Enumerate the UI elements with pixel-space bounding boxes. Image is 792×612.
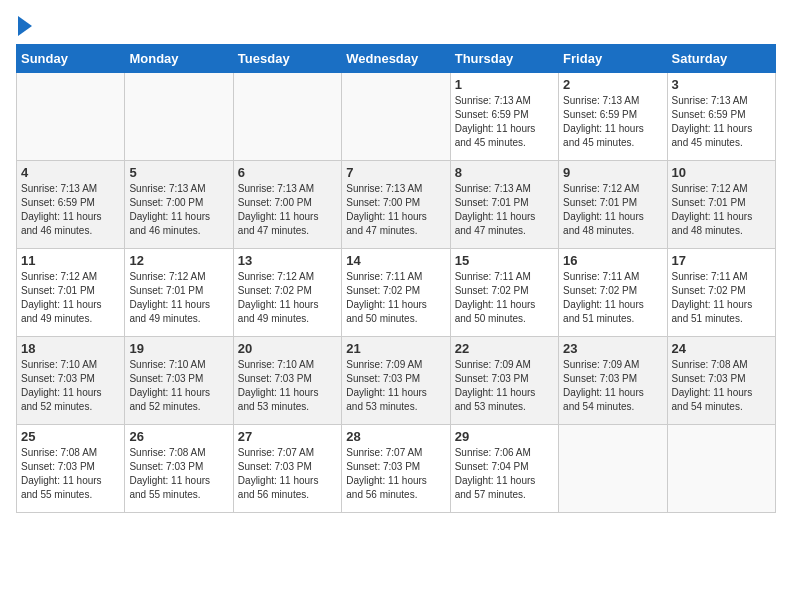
day-number: 16 [563, 253, 662, 268]
day-number: 14 [346, 253, 445, 268]
day-number: 11 [21, 253, 120, 268]
week-row-5: 25Sunrise: 7:08 AMSunset: 7:03 PMDayligh… [17, 425, 776, 513]
day-number: 27 [238, 429, 337, 444]
day-info: Sunrise: 7:06 AMSunset: 7:04 PMDaylight:… [455, 446, 554, 502]
calendar-cell: 3Sunrise: 7:13 AMSunset: 6:59 PMDaylight… [667, 73, 775, 161]
day-info: Sunrise: 7:08 AMSunset: 7:03 PMDaylight:… [672, 358, 771, 414]
day-number: 21 [346, 341, 445, 356]
day-number: 5 [129, 165, 228, 180]
weekday-header-thursday: Thursday [450, 45, 558, 73]
day-info: Sunrise: 7:07 AMSunset: 7:03 PMDaylight:… [346, 446, 445, 502]
day-number: 3 [672, 77, 771, 92]
day-number: 7 [346, 165, 445, 180]
calendar-cell: 18Sunrise: 7:10 AMSunset: 7:03 PMDayligh… [17, 337, 125, 425]
calendar-cell: 11Sunrise: 7:12 AMSunset: 7:01 PMDayligh… [17, 249, 125, 337]
calendar-cell: 6Sunrise: 7:13 AMSunset: 7:00 PMDaylight… [233, 161, 341, 249]
day-number: 25 [21, 429, 120, 444]
day-info: Sunrise: 7:09 AMSunset: 7:03 PMDaylight:… [455, 358, 554, 414]
day-info: Sunrise: 7:11 AMSunset: 7:02 PMDaylight:… [672, 270, 771, 326]
logo [16, 16, 32, 36]
day-info: Sunrise: 7:12 AMSunset: 7:01 PMDaylight:… [672, 182, 771, 238]
day-number: 13 [238, 253, 337, 268]
day-number: 19 [129, 341, 228, 356]
day-number: 26 [129, 429, 228, 444]
day-number: 20 [238, 341, 337, 356]
weekday-header-tuesday: Tuesday [233, 45, 341, 73]
week-row-3: 11Sunrise: 7:12 AMSunset: 7:01 PMDayligh… [17, 249, 776, 337]
day-info: Sunrise: 7:11 AMSunset: 7:02 PMDaylight:… [455, 270, 554, 326]
day-number: 18 [21, 341, 120, 356]
calendar-cell: 14Sunrise: 7:11 AMSunset: 7:02 PMDayligh… [342, 249, 450, 337]
logo-arrow-icon [18, 16, 32, 36]
day-info: Sunrise: 7:08 AMSunset: 7:03 PMDaylight:… [21, 446, 120, 502]
calendar-cell [233, 73, 341, 161]
weekday-header-sunday: Sunday [17, 45, 125, 73]
calendar-cell: 20Sunrise: 7:10 AMSunset: 7:03 PMDayligh… [233, 337, 341, 425]
week-row-2: 4Sunrise: 7:13 AMSunset: 6:59 PMDaylight… [17, 161, 776, 249]
calendar-cell: 12Sunrise: 7:12 AMSunset: 7:01 PMDayligh… [125, 249, 233, 337]
day-number: 29 [455, 429, 554, 444]
day-info: Sunrise: 7:10 AMSunset: 7:03 PMDaylight:… [129, 358, 228, 414]
weekday-header-saturday: Saturday [667, 45, 775, 73]
day-info: Sunrise: 7:08 AMSunset: 7:03 PMDaylight:… [129, 446, 228, 502]
calendar-cell: 4Sunrise: 7:13 AMSunset: 6:59 PMDaylight… [17, 161, 125, 249]
calendar-cell: 21Sunrise: 7:09 AMSunset: 7:03 PMDayligh… [342, 337, 450, 425]
weekday-header-row: SundayMondayTuesdayWednesdayThursdayFrid… [17, 45, 776, 73]
calendar-cell: 15Sunrise: 7:11 AMSunset: 7:02 PMDayligh… [450, 249, 558, 337]
day-number: 2 [563, 77, 662, 92]
calendar-cell: 1Sunrise: 7:13 AMSunset: 6:59 PMDaylight… [450, 73, 558, 161]
calendar-cell: 29Sunrise: 7:06 AMSunset: 7:04 PMDayligh… [450, 425, 558, 513]
day-number: 1 [455, 77, 554, 92]
calendar-cell [559, 425, 667, 513]
day-info: Sunrise: 7:07 AMSunset: 7:03 PMDaylight:… [238, 446, 337, 502]
calendar-cell [17, 73, 125, 161]
day-number: 28 [346, 429, 445, 444]
calendar-cell: 16Sunrise: 7:11 AMSunset: 7:02 PMDayligh… [559, 249, 667, 337]
day-info: Sunrise: 7:12 AMSunset: 7:02 PMDaylight:… [238, 270, 337, 326]
calendar-cell: 13Sunrise: 7:12 AMSunset: 7:02 PMDayligh… [233, 249, 341, 337]
day-info: Sunrise: 7:13 AMSunset: 6:59 PMDaylight:… [672, 94, 771, 150]
calendar-table: SundayMondayTuesdayWednesdayThursdayFrid… [16, 44, 776, 513]
day-number: 4 [21, 165, 120, 180]
day-info: Sunrise: 7:12 AMSunset: 7:01 PMDaylight:… [21, 270, 120, 326]
calendar-cell [125, 73, 233, 161]
calendar-cell: 10Sunrise: 7:12 AMSunset: 7:01 PMDayligh… [667, 161, 775, 249]
day-number: 23 [563, 341, 662, 356]
calendar-cell: 7Sunrise: 7:13 AMSunset: 7:00 PMDaylight… [342, 161, 450, 249]
day-info: Sunrise: 7:12 AMSunset: 7:01 PMDaylight:… [129, 270, 228, 326]
day-info: Sunrise: 7:13 AMSunset: 7:00 PMDaylight:… [346, 182, 445, 238]
calendar-cell: 24Sunrise: 7:08 AMSunset: 7:03 PMDayligh… [667, 337, 775, 425]
day-info: Sunrise: 7:13 AMSunset: 6:59 PMDaylight:… [21, 182, 120, 238]
page-header [16, 16, 776, 36]
day-info: Sunrise: 7:10 AMSunset: 7:03 PMDaylight:… [238, 358, 337, 414]
weekday-header-friday: Friday [559, 45, 667, 73]
calendar-cell: 23Sunrise: 7:09 AMSunset: 7:03 PMDayligh… [559, 337, 667, 425]
day-info: Sunrise: 7:13 AMSunset: 7:00 PMDaylight:… [238, 182, 337, 238]
day-info: Sunrise: 7:09 AMSunset: 7:03 PMDaylight:… [563, 358, 662, 414]
calendar-cell: 28Sunrise: 7:07 AMSunset: 7:03 PMDayligh… [342, 425, 450, 513]
calendar-cell: 5Sunrise: 7:13 AMSunset: 7:00 PMDaylight… [125, 161, 233, 249]
day-number: 15 [455, 253, 554, 268]
calendar-cell: 25Sunrise: 7:08 AMSunset: 7:03 PMDayligh… [17, 425, 125, 513]
day-number: 12 [129, 253, 228, 268]
calendar-cell: 2Sunrise: 7:13 AMSunset: 6:59 PMDaylight… [559, 73, 667, 161]
day-number: 8 [455, 165, 554, 180]
calendar-cell [667, 425, 775, 513]
week-row-4: 18Sunrise: 7:10 AMSunset: 7:03 PMDayligh… [17, 337, 776, 425]
day-number: 9 [563, 165, 662, 180]
calendar-cell: 22Sunrise: 7:09 AMSunset: 7:03 PMDayligh… [450, 337, 558, 425]
week-row-1: 1Sunrise: 7:13 AMSunset: 6:59 PMDaylight… [17, 73, 776, 161]
day-number: 22 [455, 341, 554, 356]
day-info: Sunrise: 7:09 AMSunset: 7:03 PMDaylight:… [346, 358, 445, 414]
calendar-cell: 9Sunrise: 7:12 AMSunset: 7:01 PMDaylight… [559, 161, 667, 249]
day-number: 17 [672, 253, 771, 268]
day-info: Sunrise: 7:13 AMSunset: 7:01 PMDaylight:… [455, 182, 554, 238]
calendar-cell: 8Sunrise: 7:13 AMSunset: 7:01 PMDaylight… [450, 161, 558, 249]
day-info: Sunrise: 7:10 AMSunset: 7:03 PMDaylight:… [21, 358, 120, 414]
day-info: Sunrise: 7:13 AMSunset: 6:59 PMDaylight:… [563, 94, 662, 150]
calendar-cell: 26Sunrise: 7:08 AMSunset: 7:03 PMDayligh… [125, 425, 233, 513]
calendar-cell [342, 73, 450, 161]
calendar-cell: 27Sunrise: 7:07 AMSunset: 7:03 PMDayligh… [233, 425, 341, 513]
calendar-cell: 17Sunrise: 7:11 AMSunset: 7:02 PMDayligh… [667, 249, 775, 337]
day-number: 6 [238, 165, 337, 180]
